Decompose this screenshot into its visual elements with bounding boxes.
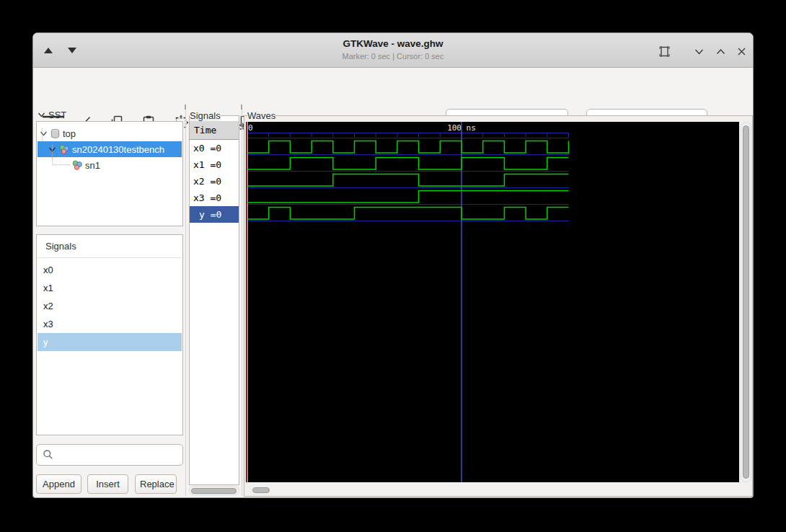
expander-chevron-icon	[37, 111, 45, 119]
tree-node-top[interactable]: top	[37, 125, 182, 141]
append-button[interactable]: Append	[36, 474, 81, 494]
tree-connector	[42, 128, 48, 142]
waveform-canvas[interactable]: 0100 ns	[246, 122, 739, 482]
list-item-x1[interactable]: x1	[37, 279, 182, 297]
tree-node-sn1[interactable]: sn1	[37, 157, 182, 173]
signals-list-header: Signals	[45, 241, 76, 252]
tree-node-label: sn20240130testbench	[72, 144, 164, 155]
waves-vscrollbar-thumb[interactable]	[743, 125, 749, 479]
scope-cylinder-icon	[50, 128, 61, 139]
keep-above-icon	[659, 46, 670, 57]
minimize-button[interactable]	[692, 45, 705, 58]
maximize-button[interactable]	[714, 45, 727, 58]
sst-expander[interactable]: SST	[37, 110, 66, 120]
sst-tree: top sn20240130testbench sn1	[36, 121, 183, 226]
value-row-x2[interactable]: x2 =0	[190, 173, 239, 190]
header-divider	[37, 257, 182, 258]
close-button[interactable]	[735, 45, 748, 58]
search-icon	[43, 449, 53, 460]
pane-separator[interactable]	[242, 108, 242, 496]
list-item-x2[interactable]: x2	[37, 297, 182, 315]
values-hscrollbar-track[interactable]	[189, 486, 239, 495]
pane-separator[interactable]	[185, 108, 186, 496]
waves-vscrollbar-track[interactable]	[741, 122, 751, 482]
value-row-x3[interactable]: x3 =0	[190, 190, 239, 206]
values-hscrollbar-thumb[interactable]	[191, 488, 237, 494]
value-row-x0[interactable]: x0 =0	[190, 140, 239, 156]
pane-grip[interactable]	[241, 105, 242, 110]
tree-node-label: sn1	[85, 160, 100, 171]
waves-frame-label: Waves	[247, 110, 275, 121]
keep-above-button[interactable]	[658, 45, 671, 58]
waves-hscrollbar-track[interactable]	[245, 486, 751, 495]
pane-grip[interactable]	[185, 105, 186, 110]
close-icon	[737, 47, 746, 56]
gtkwave-window: GTKWave - wave.ghw Marker: 0 sec | Curso…	[32, 32, 754, 498]
list-item-x3[interactable]: x3	[37, 315, 182, 333]
chevron-up-icon	[715, 46, 726, 57]
time-header[interactable]: Time	[190, 121, 239, 140]
window-title: GTKWave - wave.ghw	[33, 38, 753, 49]
svg-text:0: 0	[248, 123, 253, 133]
titlebar[interactable]: GTKWave - wave.ghw Marker: 0 sec | Curso…	[33, 33, 753, 68]
tree-node-label: top	[63, 128, 76, 139]
sst-header: SST	[48, 110, 66, 120]
marker-cursor-status: Marker: 0 sec | Cursor: 0 sec	[33, 52, 753, 61]
list-item-x0[interactable]: x0	[37, 261, 182, 279]
replace-button[interactable]: Replace	[135, 474, 177, 494]
value-row-x1[interactable]: x1 =0	[190, 156, 239, 173]
search-input[interactable]	[36, 444, 183, 466]
list-item-y[interactable]: y	[37, 333, 182, 351]
signal-values-panel: Time x0 =0 x1 =0 x2 =0 x3 =0 y =0	[189, 115, 239, 485]
signals-frame-label: Signals	[190, 110, 221, 121]
chevron-down-icon	[694, 46, 705, 57]
desktop-background: GTKWave - wave.ghw Marker: 0 sec | Curso…	[0, 0, 786, 532]
insert-button[interactable]: Insert	[87, 474, 128, 494]
module-icon	[71, 159, 83, 171]
waves-hscrollbar-thumb[interactable]	[252, 487, 270, 493]
waveform-plot: 0100 ns	[246, 122, 739, 482]
toolbar: From: To:	[33, 68, 753, 107]
value-row-y[interactable]: y =0	[190, 206, 239, 223]
signal-search-list: Signals x0 x1 x2 x3 y	[36, 234, 183, 435]
